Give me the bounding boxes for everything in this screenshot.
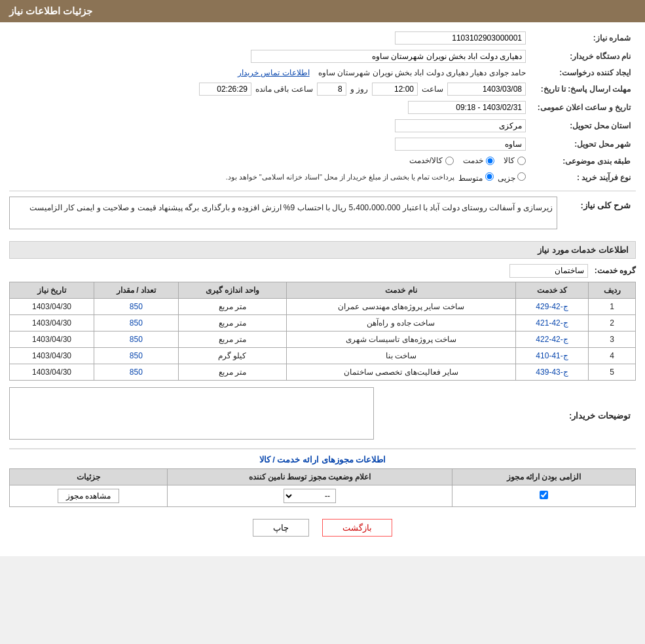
ساعت-input[interactable] [372, 83, 418, 96]
cell-نام: سایر فعالیت‌های تخصصی ساختمان [286, 364, 515, 380]
ساعت-label: ساعت [422, 85, 443, 94]
permit-checkbox-cell [452, 485, 635, 506]
cell-واحد: متر مربع [178, 364, 286, 380]
th-ردیف: ردیف [589, 282, 636, 298]
permit-status-select[interactable]: -- [284, 489, 336, 503]
services-row-1: 2 ج-42-421 ساخت جاده و راه‌آهن متر مربع … [10, 314, 636, 331]
شماره-نیاز-input[interactable] [395, 31, 526, 45]
services-section-title: اطلاعات خدمات مورد نیاز [9, 241, 636, 259]
radio-کالا[interactable]: کالا [504, 156, 526, 165]
footer-buttons: بازگشت چاپ [9, 519, 636, 537]
permit-view-button[interactable]: مشاهده مجوز [58, 489, 119, 503]
services-row-3: 4 ج-41-410 ساخت بنا کیلو گرم 850 1403/04… [10, 347, 636, 364]
نام-دستگاه-input[interactable] [251, 50, 526, 63]
cell-تعداد: 850 [94, 331, 178, 347]
استان-input[interactable] [395, 119, 526, 132]
back-button[interactable]: بازگشت [322, 519, 392, 537]
th-تاریخ: تاریخ نیاز [10, 282, 94, 298]
th-وضعیت: اعلام وضعیت مجوز توسط نامین کننده [168, 468, 452, 485]
services-row-2: 3 ج-42-422 ساخت پروژه‌های تاسیسات شهری م… [10, 331, 636, 347]
نوع-فرآیند-row: جزیی متوسط پرداخت تمام یا بخشی از مبلغ خ… [14, 172, 526, 183]
cell-تاریخ: 1403/04/30 [10, 364, 94, 380]
مانده-input[interactable] [199, 83, 251, 96]
page-title: جزئیات اطلاعات نیاز [9, 5, 92, 16]
شرح-text: زیرسازی و آسفالت روستای دولت آباد با اعت… [29, 203, 553, 212]
print-button[interactable]: چاپ [253, 519, 309, 537]
تاریخ-اعلان-input[interactable] [408, 101, 526, 114]
cell-نام: ساخت پروژه‌های تاسیسات شهری [286, 331, 515, 347]
radio-متوسط-input[interactable] [485, 172, 494, 181]
radio-کالا-خدمت[interactable]: کالا/خدمت [409, 156, 454, 165]
شهر-cell [9, 135, 531, 153]
مانده-label: ساعت باقی مانده [255, 85, 313, 94]
date-row-wrapper: ساعت روز و ساعت باقی مانده [14, 83, 526, 96]
مهلت-ارسال-label: مهلت ارسال پاسخ: تا تاریخ: [531, 80, 636, 98]
cell-تاریخ: 1403/04/30 [10, 298, 94, 314]
طبقه-label: طبقه بندی موضوعی: [531, 153, 636, 170]
شماره-نیاز-cell [9, 29, 531, 47]
cell-نام: ساخت جاده و راه‌آهن [286, 314, 515, 331]
cell-ردیف: 5 [589, 364, 636, 380]
cell-واحد: کیلو گرم [178, 347, 286, 364]
ایجاد-کننده-cell: حامد جوادی دهیار دهیاری دولت اباد بخش نو… [9, 66, 531, 80]
شهر-input[interactable] [395, 138, 526, 151]
radio-جزیی-input[interactable] [517, 172, 526, 181]
تاریخ-اعلان-label: تاریخ و ساعت اعلان عمومی: [531, 98, 636, 117]
cell-واحد: متر مربع [178, 314, 286, 331]
permit-checkbox[interactable] [540, 491, 548, 499]
permit-status-cell: -- [168, 485, 452, 506]
group-input[interactable] [509, 264, 588, 278]
ایجاد-کننده-value: حامد جوادی دهیار دهیاری دولت اباد بخش نو… [318, 68, 526, 77]
cell-تعداد: 850 [94, 347, 178, 364]
شرح-cell: زیرسازی و آسفالت روستای دولت آباد با اعت… [9, 197, 557, 236]
استان-label: استان محل تحویل: [531, 117, 636, 135]
توضیحات-textarea[interactable] [9, 387, 374, 440]
th-الزامی: الزامی بودن ارائه مجوز [452, 468, 635, 485]
th-کد: کد خدمت [516, 282, 589, 298]
استان-cell [9, 117, 531, 135]
cell-تعداد: 850 [94, 314, 178, 331]
th-واحد: واحد اندازه گیری [178, 282, 286, 298]
th-جزئیات: جزئیات [10, 468, 168, 485]
radio-کالا-input[interactable] [517, 157, 526, 165]
روز-input[interactable] [317, 83, 346, 96]
radio-جزیی[interactable]: جزیی [498, 172, 526, 183]
مهلت-ارسال-cell: ساعت روز و ساعت باقی مانده [9, 80, 531, 98]
cell-تعداد: 850 [94, 364, 178, 380]
cell-ردیف: 2 [589, 314, 636, 331]
تماس-link[interactable]: اطلاعات تماس خریدار [238, 68, 310, 77]
page-wrapper: جزئیات اطلاعات نیاز شماره نیاز: نام دستگ… [0, 0, 645, 556]
توضیحات-cell [9, 387, 374, 442]
cell-ردیف: 4 [589, 347, 636, 364]
page-header: جزئیات اطلاعات نیاز [0, 0, 645, 22]
تاریخ-input[interactable] [447, 83, 526, 96]
services-row-4: 5 ج-43-439 سایر فعالیت‌های تخصصی ساختمان… [10, 364, 636, 380]
th-نام: نام خدمت [286, 282, 515, 298]
cell-ردیف: 3 [589, 331, 636, 347]
cell-نام: ساخت سایر پروژه‌های مهندسی عمران [286, 298, 515, 314]
ایجاد-کننده-label: ایجاد کننده درخواست: [531, 66, 636, 80]
cell-تاریخ: 1403/04/30 [10, 331, 94, 347]
radio-خدمت[interactable]: خدمت [463, 156, 494, 165]
توضیحات-label: توضیحات خریدار: [374, 387, 636, 442]
cell-کد: ج-43-439 [516, 364, 589, 380]
نام-دستگاه-cell [9, 47, 531, 66]
شماره-نیاز-label: شماره نیاز: [531, 29, 636, 47]
cell-کد: ج-42-429 [516, 298, 589, 314]
info-table: شماره نیاز: نام دستگاه خریدار: ایجاد کنن… [9, 29, 636, 185]
طبقه-cell: کالا خدمت کالا/خدمت [9, 153, 531, 170]
permit-details-cell: مشاهده مجوز [10, 485, 168, 506]
cell-ردیف: 1 [589, 298, 636, 314]
permits-row-0: -- مشاهده مجوز [10, 485, 636, 506]
طبقه-radio-group: کالا خدمت کالا/خدمت [409, 156, 526, 165]
نام-دستگاه-label: نام دستگاه خریدار: [531, 47, 636, 66]
نوع-فرآیند-note: پرداخت تمام یا بخشی از مبلغ خریدار از مح… [226, 173, 455, 181]
radio-خدمت-input[interactable] [486, 157, 494, 165]
group-row: گروه خدمت: [9, 264, 636, 278]
th-تعداد: تعداد / مقدار [94, 282, 178, 298]
شرح-box: زیرسازی و آسفالت روستای دولت آباد با اعت… [9, 197, 557, 229]
radio-کالا-خدمت-input[interactable] [445, 157, 454, 165]
cell-واحد: متر مربع [178, 331, 286, 347]
radio-متوسط[interactable]: متوسط [458, 172, 493, 183]
شهر-label: شهر محل تحویل: [531, 135, 636, 153]
